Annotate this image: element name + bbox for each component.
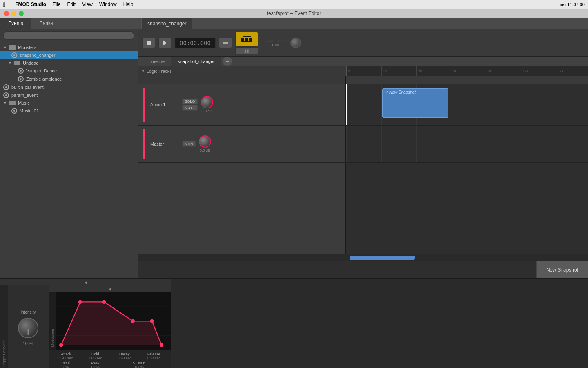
event-icon <box>18 76 24 82</box>
tree-item-zombie-ambience[interactable]: Zombie ambience <box>0 75 138 83</box>
mute-button[interactable]: MUTE <box>182 105 198 111</box>
play-button[interactable] <box>158 38 172 48</box>
mixer-button[interactable] <box>235 32 258 47</box>
tree-label-vampire: Vampire Dance <box>26 68 57 73</box>
tree-label-monsters: Monsters <box>18 45 36 50</box>
param-name-label: snaps...anger <box>265 39 287 43</box>
master-knob-wrap: 0.0 dB <box>199 135 211 153</box>
event-editor-tab[interactable]: snapsho_changer <box>141 18 192 29</box>
intensity-knob[interactable] <box>18 318 38 338</box>
trigger-behavior-label: Trigger Behavior <box>0 285 8 368</box>
attack-label: Attack <box>52 352 80 356</box>
audio1-volume-knob[interactable] <box>201 96 213 108</box>
peak-label: Peak <box>81 361 110 365</box>
window-title: test.fspro* – Event Editor <box>267 11 321 16</box>
tab-banks[interactable]: Banks <box>31 18 61 29</box>
event-icon <box>18 68 24 74</box>
tree-item-snapsho-changer[interactable]: snapsho_changer <box>0 51 138 59</box>
clock: mer 11.07.00 <box>558 2 585 7</box>
channel-strip <box>143 88 145 122</box>
solo-button[interactable]: SOLO <box>182 99 198 104</box>
maximize-button[interactable] <box>19 11 24 16</box>
event-panel: ◀ Trigger Behavior Intensity 100% ◀ Modu… <box>0 279 172 368</box>
timecode-display: 00:00.000 <box>175 38 216 48</box>
tree-item-undead[interactable]: ▼ Undead <box>0 59 138 67</box>
loop-button[interactable] <box>219 38 232 48</box>
search-input[interactable] <box>3 31 134 40</box>
menubar:  FMOD Studio File Edit View Window Help… <box>0 0 588 9</box>
event-icon <box>11 108 17 114</box>
tree-item-music[interactable]: ▼ Music <box>0 99 138 107</box>
snapshot-block[interactable]: ↗ New Snapshot <box>382 88 448 118</box>
audio1-track-name: Audio 1 <box>150 102 179 107</box>
tree-item-monsters[interactable]: ▼ Monsters <box>0 44 138 51</box>
playhead <box>346 84 347 125</box>
snapshot-block-label: ↗ New Snapshot <box>383 89 448 96</box>
tab-timeline[interactable]: Timeline <box>141 57 171 66</box>
master-control: Master MON 0.0 dB <box>138 126 346 162</box>
apple-menu[interactable]:  <box>3 1 5 8</box>
hold-label: Hold <box>81 352 110 356</box>
tree-item-builtin[interactable]: builtin-par-event <box>0 83 138 91</box>
tree-label-undead: Undead <box>23 61 39 65</box>
scroll-thumb[interactable] <box>350 256 415 260</box>
decay-value: 60.0 sec <box>110 356 139 360</box>
arrow-icon: ▼ <box>3 45 8 49</box>
tree-label-zombie: Zombie ambience <box>26 76 62 81</box>
audio1-db: 0.0 dB <box>201 109 212 113</box>
app-menu[interactable]: FMOD Studio <box>15 2 46 7</box>
initial-label: Initial <box>52 361 80 365</box>
svg-point-9 <box>59 343 63 347</box>
svg-point-8 <box>160 343 163 347</box>
minimize-button[interactable] <box>11 11 16 16</box>
file-menu[interactable]: File <box>53 2 60 7</box>
view-menu[interactable]: View <box>82 2 93 7</box>
tree-label-snapsho: snapsho_changer <box>20 53 55 58</box>
mon-button[interactable]: MON <box>182 141 196 147</box>
event-icon <box>3 92 9 98</box>
audio1-content[interactable]: ↗ New Snapshot <box>346 84 588 125</box>
stop-button[interactable] <box>142 38 155 48</box>
release-value: 1.00 sec <box>140 356 168 360</box>
svg-point-5 <box>102 300 106 304</box>
channel-strip <box>143 129 145 159</box>
bottom-section: ◀ Trigger Behavior Intensity 100% ◀ Modu… <box>0 278 588 368</box>
collapse-ahdsr-panel[interactable]: ◀ <box>49 285 171 292</box>
tree-label-builtin: builtin-par-event <box>11 85 44 90</box>
tab-events[interactable]: Events <box>0 18 31 29</box>
tree-item-vampire-dance[interactable]: Vampire Dance <box>0 67 138 75</box>
window-menu[interactable]: Window <box>99 2 117 7</box>
master-volume-knob[interactable] <box>199 135 211 148</box>
help-menu[interactable]: Help <box>123 2 134 7</box>
master-track-row: Master MON 0.0 dB <box>138 126 588 163</box>
master-track-name: Master <box>150 141 179 146</box>
modulation-label: Modulation <box>49 292 56 350</box>
ahdsr-graph <box>56 292 171 350</box>
initial-value: 0% <box>52 365 80 368</box>
add-tab-button[interactable]: + <box>223 57 232 66</box>
peak-value: 100% <box>81 365 110 368</box>
tree-item-music-01[interactable]: Music_01 <box>0 107 138 115</box>
pause-button[interactable]: ▮▮ <box>235 47 258 54</box>
snapshot-arrow-icon: ↗ <box>385 90 388 94</box>
close-button[interactable] <box>4 11 9 16</box>
hold-value: 1.00 sec <box>81 356 110 360</box>
titlebar: test.fspro* – Event Editor <box>0 9 588 18</box>
master-db: 0.0 dB <box>200 148 210 153</box>
timeline-grid <box>346 126 588 162</box>
bottom-empty-area <box>172 279 588 368</box>
svg-point-4 <box>78 300 82 304</box>
event-tab-bar: snapsho_changer <box>138 18 588 29</box>
master-content[interactable] <box>346 126 588 162</box>
event-icon <box>11 52 17 58</box>
intensity-label: Intensity <box>20 310 36 314</box>
left-panel: Events Banks ▼ Monsters snapsho_changer <box>0 18 138 278</box>
collapse-event-panel[interactable]: ◀ <box>0 279 171 285</box>
tree-label-music01: Music_01 <box>20 108 39 113</box>
new-snapshot-button[interactable]: New Snapshot <box>536 261 588 278</box>
logic-tracks-label: Logic Tracks <box>147 69 172 74</box>
tree-item-param[interactable]: param_event <box>0 91 138 99</box>
param-knob[interactable] <box>290 38 301 48</box>
edit-menu[interactable]: Edit <box>67 2 76 7</box>
tab-snapshot-changer[interactable]: snapshot_changer <box>171 57 221 66</box>
